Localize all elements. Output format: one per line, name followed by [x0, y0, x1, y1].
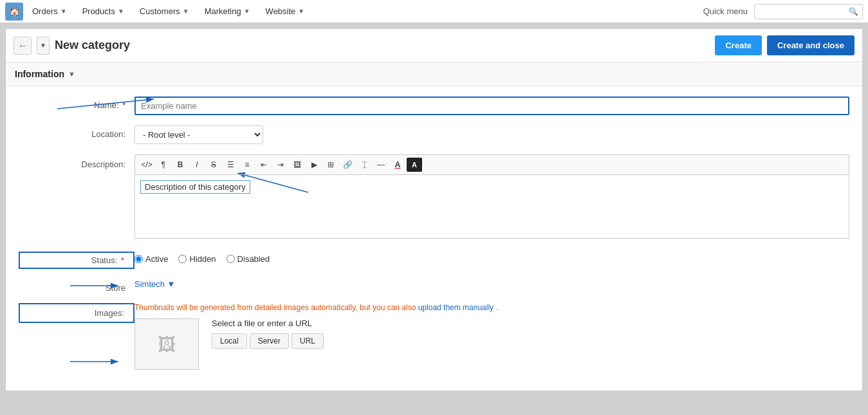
description-label: Description:	[19, 154, 134, 169]
image-placeholder-icon: 🖼	[158, 334, 176, 355]
name-field-container	[134, 97, 849, 115]
toolbar-table-btn[interactable]: ⊞	[323, 158, 338, 172]
store-link[interactable]: Simtech ▼	[134, 279, 175, 289]
toolbar-image-btn[interactable]: 🖼	[290, 158, 305, 172]
marketing-arrow-icon: ▼	[244, 8, 250, 15]
name-required: *	[122, 100, 125, 110]
name-label: Name: *	[19, 97, 134, 110]
toolbar-outdent-btn[interactable]: ⇤	[256, 158, 272, 172]
status-disabled-option[interactable]: Disabled	[226, 254, 270, 264]
main-wrapper: ← ▼ New category Create Create and close…	[0, 23, 868, 396]
location-select[interactable]: - Root level -	[134, 125, 263, 144]
store-field-container: Simtech ▼	[134, 279, 849, 289]
upload-manually-link[interactable]: upload them manually	[418, 303, 496, 312]
website-arrow-icon: ▼	[298, 8, 304, 15]
top-navigation: 🏠 Orders ▼ Products ▼ Customers ▼ Market…	[0, 0, 868, 23]
status-hidden-radio[interactable]	[178, 255, 187, 263]
status-active-label: Active	[145, 254, 168, 264]
location-row: Location: - Root level -	[19, 125, 849, 144]
status-disabled-radio[interactable]	[226, 255, 235, 263]
toolbar-strikethrough-btn[interactable]: S	[206, 158, 221, 172]
status-active-radio[interactable]	[134, 255, 143, 263]
local-button[interactable]: Local	[212, 333, 247, 349]
images-layout: 🖼 Select a file or enter a URL Local Ser…	[134, 318, 849, 370]
store-label: Store	[19, 279, 134, 293]
page-title: New category	[55, 39, 710, 52]
toolbar-link-btn[interactable]: 🔗	[340, 158, 355, 172]
content-panel: ← ▼ New category Create Create and close…	[5, 28, 863, 391]
file-select-label: Select a file or enter a URL	[212, 318, 849, 328]
image-thumbnail: 🖼	[134, 318, 199, 370]
section-collapse-icon[interactable]: ▼	[68, 70, 75, 78]
search-input[interactable]	[759, 7, 849, 16]
store-row: Store Simtech ▼	[19, 279, 849, 293]
location-label: Location:	[19, 125, 134, 139]
status-radio-group: Active Hidden Disabled	[134, 252, 849, 264]
toolbar-bold-btn[interactable]: B	[172, 158, 188, 172]
toolbar-source-btn[interactable]: </>	[139, 158, 154, 172]
store-dropdown-icon: ▼	[167, 279, 176, 289]
description-placeholder: Description of this category	[140, 180, 250, 194]
toolbar-italic-btn[interactable]: I	[189, 158, 205, 172]
create-and-close-button[interactable]: Create and close	[767, 35, 854, 55]
editor-toolbar: </> ¶ B I S ☰ ≡ ⇤ ⇥ 🖼 ▶ ⊞ 🔗 ⌶	[134, 154, 849, 174]
back-dropdown-button[interactable]: ▼	[37, 37, 50, 55]
form-area: Name: * Location: - Root level -	[6, 86, 862, 391]
back-button[interactable]: ←	[14, 37, 32, 55]
file-select-area: Select a file or enter a URL Local Serve…	[212, 318, 849, 370]
images-label: Images:	[19, 303, 134, 323]
page-header: ← ▼ New category Create Create and close	[6, 29, 862, 62]
description-editor-container: </> ¶ B I S ☰ ≡ ⇤ ⇥ 🖼 ▶ ⊞ 🔗 ⌶	[134, 154, 849, 239]
orders-arrow-icon: ▼	[60, 8, 67, 15]
quick-menu-label: Quick menu	[703, 6, 748, 16]
search-box: 🔍	[754, 4, 863, 19]
toolbar-hr-btn[interactable]: —	[373, 158, 389, 172]
status-disabled-label: Disabled	[237, 254, 270, 264]
url-button[interactable]: URL	[291, 333, 324, 349]
status-label: Status: *	[19, 252, 134, 269]
name-input[interactable]	[134, 97, 849, 115]
toolbar-bgcolor-btn[interactable]: A	[407, 158, 422, 172]
customers-arrow-icon: ▼	[183, 8, 189, 15]
location-field-container: - Root level -	[134, 125, 849, 144]
nav-marketing[interactable]: Marketing ▼	[198, 0, 257, 23]
file-buttons: Local Server URL	[212, 333, 849, 349]
server-button[interactable]: Server	[250, 333, 289, 349]
status-active-option[interactable]: Active	[134, 254, 168, 264]
name-row: Name: *	[19, 97, 849, 115]
create-button[interactable]: Create	[715, 35, 761, 55]
images-field-container: Thumbnails will be generated from detail…	[134, 303, 849, 370]
images-row: Images: Thumbnails will be generated fro…	[19, 303, 849, 370]
toolbar-align-btn[interactable]: ⌶	[356, 158, 372, 172]
products-arrow-icon: ▼	[118, 8, 124, 15]
home-icon[interactable]: 🏠	[5, 3, 23, 21]
toolbar-indent-btn[interactable]: ⇥	[273, 158, 288, 172]
nav-customers[interactable]: Customers ▼	[133, 0, 196, 23]
status-hidden-option[interactable]: Hidden	[178, 254, 216, 264]
section-header-information: Information ▼	[6, 62, 862, 86]
description-editor-area[interactable]: Description of this category	[134, 174, 849, 239]
description-row: Description: </> ¶ B I S ☰ ≡ ⇤ ⇥ 🖼	[19, 154, 849, 239]
toolbar-paragraph-btn[interactable]: ¶	[156, 158, 171, 172]
status-hidden-label: Hidden	[189, 254, 216, 264]
nav-products[interactable]: Products ▼	[76, 0, 131, 23]
nav-website[interactable]: Website ▼	[259, 0, 311, 23]
information-label: Information	[15, 69, 64, 79]
images-note: Thumbnails will be generated from detail…	[134, 303, 849, 312]
toolbar-ul-btn[interactable]: ☰	[223, 158, 238, 172]
status-required: *	[121, 255, 124, 265]
search-icon[interactable]: 🔍	[849, 7, 858, 16]
status-radio-container: Active Hidden Disabled	[134, 252, 849, 264]
toolbar-ol-btn[interactable]: ≡	[239, 158, 255, 172]
toolbar-video-btn[interactable]: ▶	[306, 158, 322, 172]
toolbar-fontcolor-btn[interactable]: A	[390, 158, 405, 172]
status-row: Status: * Active Hidden	[19, 252, 849, 269]
nav-orders[interactable]: Orders ▼	[26, 0, 73, 23]
